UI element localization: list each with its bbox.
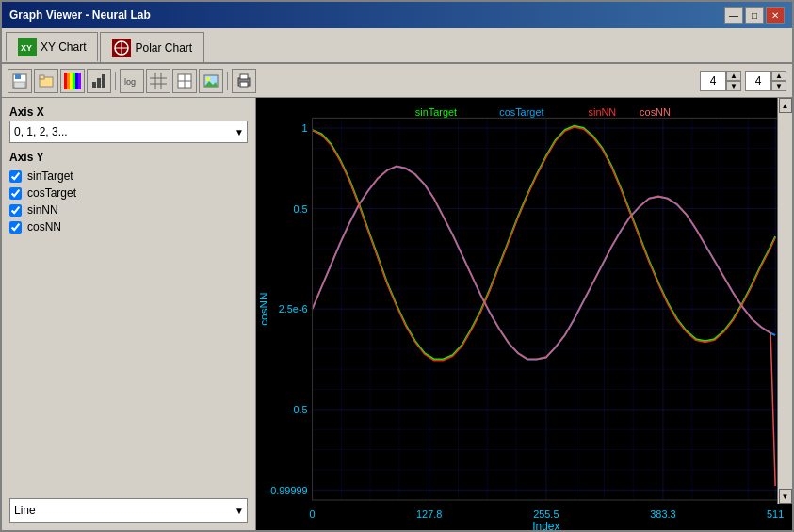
svg-rect-42 <box>239 84 241 86</box>
toolbar-left: log <box>8 69 256 93</box>
chart-svg: 1 0.5 2.5e-6 -0.5 -0.99999 0 127.8 255.5… <box>256 98 792 530</box>
svg-text:cosTarget: cosTarget <box>499 106 544 118</box>
svg-text:sinTarget: sinTarget <box>415 106 458 118</box>
svg-rect-12 <box>40 75 44 79</box>
svg-rect-14 <box>67 73 70 89</box>
tab-polar-chart-label: Polar Chart <box>135 41 192 55</box>
checkbox-cos-target-input[interactable] <box>9 187 22 200</box>
color-button[interactable] <box>60 69 85 93</box>
toolbar: log <box>2 64 792 98</box>
chart-type-select-wrapper: Line Bar Scatter <box>9 498 248 523</box>
svg-text:2.5e-6: 2.5e-6 <box>279 303 308 314</box>
svg-text:511: 511 <box>767 508 784 520</box>
bar-icon-button[interactable] <box>87 69 111 93</box>
svg-text:sinNN: sinNN <box>589 106 617 118</box>
svg-rect-40 <box>240 74 248 79</box>
checkbox-sin-nn[interactable]: sinNN <box>9 203 248 217</box>
svg-rect-21 <box>97 78 101 88</box>
scrollbar-right: ▲ ▼ <box>777 98 792 504</box>
main-content: Axis X 0, 1, 2, 3... Axis Y sinTarget co… <box>2 98 792 530</box>
svg-text:0.5: 0.5 <box>293 202 307 214</box>
svg-text:0: 0 <box>310 508 316 520</box>
svg-rect-13 <box>64 73 67 89</box>
minimize-button[interactable]: — <box>724 7 743 24</box>
spin-left: 4 ▲ ▼ <box>700 71 741 91</box>
svg-text:XY: XY <box>21 43 32 53</box>
log-button[interactable]: log <box>120 69 144 93</box>
scroll-down-btn[interactable]: ▼ <box>779 489 792 504</box>
tab-xy-chart-label: XY Chart <box>41 40 86 54</box>
svg-rect-17 <box>75 73 78 89</box>
title-bar: Graph Viewer - Neural Lab — □ ✕ <box>2 2 792 28</box>
svg-text:log: log <box>124 77 136 87</box>
svg-rect-18 <box>78 73 81 89</box>
checkbox-sin-nn-label: sinNN <box>27 203 58 217</box>
svg-text:383.3: 383.3 <box>650 508 675 520</box>
svg-rect-41 <box>240 82 248 87</box>
left-panel: Axis X 0, 1, 2, 3... Axis Y sinTarget co… <box>2 98 256 530</box>
axis-y-label: Axis Y <box>9 151 248 164</box>
maximize-button[interactable]: □ <box>745 7 764 24</box>
svg-text:-0.99999: -0.99999 <box>267 484 308 495</box>
xy-chart-icon: XY <box>18 38 37 56</box>
close-button[interactable]: ✕ <box>766 7 785 24</box>
print-button[interactable] <box>232 69 256 93</box>
chart-type-section: Line Bar Scatter <box>9 498 248 523</box>
svg-text:-0.5: -0.5 <box>290 404 308 415</box>
open-button[interactable] <box>34 69 58 93</box>
axis-x-select-wrapper: 0, 1, 2, 3... <box>9 121 248 143</box>
svg-text:127.8: 127.8 <box>416 508 442 520</box>
grid-button[interactable] <box>146 69 170 93</box>
checkbox-sin-target-input[interactable] <box>9 170 22 183</box>
checkbox-cos-target[interactable]: cosTarget <box>9 186 248 200</box>
axis-x-section: Axis X 0, 1, 2, 3... <box>9 105 248 143</box>
scroll-up-btn[interactable]: ▲ <box>779 98 792 113</box>
axis-x-label: Axis X <box>9 105 248 119</box>
checkbox-cos-nn-label: cosNN <box>27 220 61 234</box>
svg-rect-9 <box>14 82 25 88</box>
save-button[interactable] <box>8 69 32 93</box>
tab-polar-chart[interactable]: Polar Chart <box>100 32 204 62</box>
svg-rect-20 <box>92 82 96 88</box>
checkbox-sin-nn-input[interactable] <box>9 204 22 217</box>
svg-text:1: 1 <box>302 122 308 134</box>
toolbar-right: 4 ▲ ▼ 4 ▲ ▼ <box>700 71 786 91</box>
checkbox-cos-nn[interactable]: cosNN <box>9 220 248 234</box>
checkbox-sin-target[interactable]: sinTarget <box>9 169 248 183</box>
spin-right-up[interactable]: ▲ <box>771 71 786 81</box>
spin-left-up[interactable]: ▲ <box>726 71 741 81</box>
spin-left-arrows: ▲ ▼ <box>726 71 741 91</box>
svg-rect-15 <box>70 73 73 89</box>
toolbar-separator-2 <box>227 72 228 90</box>
axes-button[interactable] <box>172 69 197 93</box>
checkbox-cos-target-label: cosTarget <box>27 186 76 200</box>
spin-right-down[interactable]: ▼ <box>771 81 786 91</box>
chart-type-select[interactable]: Line Bar Scatter <box>9 498 248 523</box>
main-window: Graph Viewer - Neural Lab — □ ✕ XY XY Ch… <box>0 0 794 532</box>
window-controls: — □ ✕ <box>724 7 785 24</box>
spin-right: 4 ▲ ▼ <box>745 71 786 91</box>
svg-rect-43 <box>256 98 792 530</box>
window-title: Graph Viewer - Neural Lab <box>9 8 151 22</box>
spin-right-value: 4 <box>745 71 771 91</box>
svg-point-36 <box>206 77 210 81</box>
spin-right-arrows: ▲ ▼ <box>771 71 786 91</box>
chart-area: 1 0.5 2.5e-6 -0.5 -0.99999 0 127.8 255.5… <box>256 98 792 530</box>
spin-left-value: 4 <box>700 71 726 91</box>
svg-text:Index: Index <box>532 520 560 530</box>
svg-rect-25 <box>150 73 167 89</box>
checkbox-cos-nn-input[interactable] <box>9 221 22 234</box>
tab-xy-chart[interactable]: XY XY Chart <box>6 32 98 62</box>
checkbox-sin-target-label: sinTarget <box>27 169 73 183</box>
svg-rect-22 <box>102 74 105 88</box>
toolbar-separator <box>115 72 116 90</box>
svg-text:cosNN: cosNN <box>258 293 269 326</box>
spin-left-down[interactable]: ▼ <box>726 81 741 91</box>
svg-rect-16 <box>73 73 75 89</box>
image-button[interactable] <box>199 69 223 93</box>
svg-text:cosNN: cosNN <box>640 106 671 118</box>
svg-rect-8 <box>15 74 21 79</box>
axis-x-select[interactable]: 0, 1, 2, 3... <box>9 121 248 143</box>
svg-text:255.5: 255.5 <box>533 508 559 520</box>
axis-y-section: Axis Y sinTarget cosTarget sinNN cosNN <box>9 151 248 234</box>
